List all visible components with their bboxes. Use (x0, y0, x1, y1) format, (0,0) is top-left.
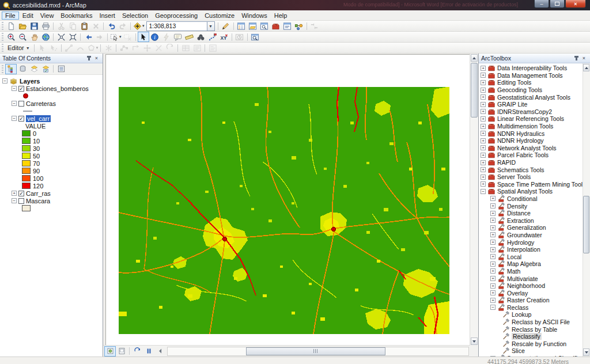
atb-item-multidimension-tools[interactable]: +Multidimension Tools (479, 123, 583, 130)
back-arrow-button[interactable] (82, 32, 94, 42)
toc-row-symbol[interactable] (0, 107, 103, 115)
find-route-button[interactable] (207, 32, 218, 42)
map-scale-value[interactable]: 1:308,813 (146, 21, 207, 31)
legend-swatch[interactable] (22, 153, 31, 159)
go-to-xy-button[interactable]: XY (218, 32, 230, 42)
chevron-down-icon[interactable]: ▼ (207, 21, 215, 31)
atb-item-graip-lite[interactable]: +GRAIP Lite (479, 101, 583, 108)
tool-label[interactable]: Data Management Tools (497, 72, 563, 79)
restore-button[interactable] (550, 0, 565, 8)
atb-item-reclassify[interactable]: Reclassify (479, 333, 583, 340)
arctoolbox-pin-icon[interactable] (573, 55, 580, 62)
clear-selection-button[interactable] (122, 32, 134, 42)
menu-selection[interactable]: Selection (119, 12, 152, 20)
tool-label[interactable]: Map Algebra (507, 260, 541, 267)
edit-vertices-button[interactable] (118, 43, 130, 53)
minimize-button[interactable]: – (534, 0, 549, 8)
tool-label[interactable]: Data Interoperability Tools (497, 65, 567, 71)
expander-plus-icon[interactable]: + (481, 138, 486, 143)
expander-plus-icon[interactable]: + (490, 240, 496, 245)
layer-checkbox[interactable]: ✓ (18, 86, 24, 92)
toc-row-50[interactable]: 50 (0, 152, 103, 160)
tool-label[interactable]: Parcel Fabric Tools (497, 151, 549, 158)
scroll-up-icon[interactable] (583, 64, 589, 71)
zoom-out-button[interactable] (17, 32, 28, 42)
atb-item-raster-creation[interactable]: +Raster Creation (479, 297, 583, 304)
legend-swatch[interactable] (22, 175, 31, 181)
atb-item-geostatistical-analyst-tools[interactable]: +Geostatistical Analyst Tools (479, 93, 583, 101)
full-extent-globe-button[interactable] (40, 32, 51, 42)
model-builder-button[interactable] (293, 21, 305, 31)
expander-plus-icon[interactable]: + (481, 88, 486, 93)
legend-swatch[interactable] (22, 168, 31, 174)
layer-checkbox[interactable] (18, 198, 24, 204)
expander-plus-icon[interactable]: + (481, 116, 486, 122)
catalog-window-button[interactable] (247, 21, 259, 31)
toc-row-vel-carr[interactable]: −✓vel_carr (0, 115, 103, 122)
expander-plus-icon[interactable]: + (490, 203, 496, 208)
toc-row-0[interactable]: 0 (0, 130, 103, 137)
tool-label[interactable]: Rescale by Function (512, 340, 566, 347)
atb-item-groundwater[interactable]: +Groundwater (479, 232, 583, 239)
add-data-button[interactable]: ▾ (133, 21, 145, 31)
map-horizontal-scrollbar[interactable] (167, 347, 469, 356)
tool-label[interactable]: Neighborhood (507, 282, 545, 289)
toc-row-symbol[interactable] (0, 92, 103, 100)
sketch-properties-button[interactable] (191, 43, 203, 53)
toc-row-90[interactable]: 90 (0, 167, 103, 175)
polygon-tool-button[interactable]: ▾ (86, 43, 99, 53)
tool-label[interactable]: Multidimension Tools (497, 123, 553, 130)
reshape-tool-button[interactable] (130, 43, 141, 53)
layer-label[interactable]: 0 (33, 130, 36, 137)
snap-tool-button[interactable] (103, 43, 114, 53)
atb-item-neighborhood[interactable]: +Neighborhood (479, 282, 583, 290)
refresh-button[interactable] (131, 346, 143, 357)
expander-plus-icon[interactable]: + (490, 232, 496, 237)
map-vertical-scrollbar[interactable] (470, 54, 478, 346)
atb-item-extraction[interactable]: +Extraction (479, 217, 583, 224)
expander-plus-icon[interactable]: + (481, 160, 486, 165)
select-elements-button[interactable] (138, 32, 149, 42)
split-tool-button[interactable] (153, 43, 164, 53)
layer-label[interactable]: 10 (33, 138, 40, 145)
toolbar-grip[interactable] (2, 33, 3, 41)
tool-label[interactable]: Slice (512, 347, 525, 354)
expander-plus-icon[interactable]: + (490, 298, 496, 303)
viewer-window-button[interactable] (249, 32, 261, 42)
arctoolbox-scroll-thumb[interactable] (583, 196, 589, 253)
search-window-button[interactable] (259, 21, 270, 31)
toolbar-grip[interactable] (2, 44, 3, 52)
expander-plus-icon[interactable]: + (481, 145, 486, 150)
scroll-down-icon[interactable] (583, 348, 589, 356)
map-page[interactable] (105, 54, 470, 346)
atb-item-ndnr-hydraulics[interactable]: +NDNR Hydraulics (479, 130, 583, 137)
atb-item-map-algebra[interactable]: +Map Algebra (479, 260, 583, 268)
line-symbol[interactable] (23, 111, 32, 112)
tool-label[interactable]: Lookup (512, 311, 531, 318)
atb-item-reclass-by-table[interactable]: Reclass by Table (479, 325, 583, 333)
expander-minus-icon[interactable]: − (12, 101, 17, 106)
legend-swatch[interactable] (22, 138, 31, 144)
menu-windows[interactable]: Windows (238, 12, 271, 20)
expander-plus-icon[interactable]: + (490, 290, 496, 295)
tool-label[interactable]: Conditional (507, 195, 538, 202)
layer-label[interactable]: Carr_ras (26, 190, 51, 197)
menu-edit[interactable]: Edit (19, 12, 37, 20)
tool-label[interactable]: Raster Creation (507, 297, 550, 304)
toc-row-estaciones-bomberos[interactable]: −✓Estaciones_bomberos (0, 85, 103, 92)
layer-label[interactable]: Estaciones_bomberos (26, 85, 89, 92)
toc-row-100[interactable]: 100 (0, 175, 103, 182)
delete-x-button[interactable] (90, 21, 101, 31)
tool-label[interactable]: Math (507, 268, 520, 275)
menu-file[interactable]: File (2, 12, 19, 20)
tool-label[interactable]: Local (507, 253, 521, 260)
html-popup-button[interactable] (172, 32, 184, 42)
layer-label[interactable]: 120 (33, 183, 43, 189)
atb-item-spatial-analyst-tools[interactable]: −Spatial Analyst Tools (479, 188, 583, 195)
save-button[interactable] (28, 21, 40, 31)
tool-label[interactable]: Generalization (507, 224, 546, 231)
copy-pages-button[interactable] (67, 21, 78, 31)
tool-label[interactable]: Groundwater (507, 232, 542, 238)
identify-button[interactable]: i (149, 32, 161, 42)
atb-item-parcel-fabric-tools[interactable]: +Parcel Fabric Tools (479, 151, 583, 159)
